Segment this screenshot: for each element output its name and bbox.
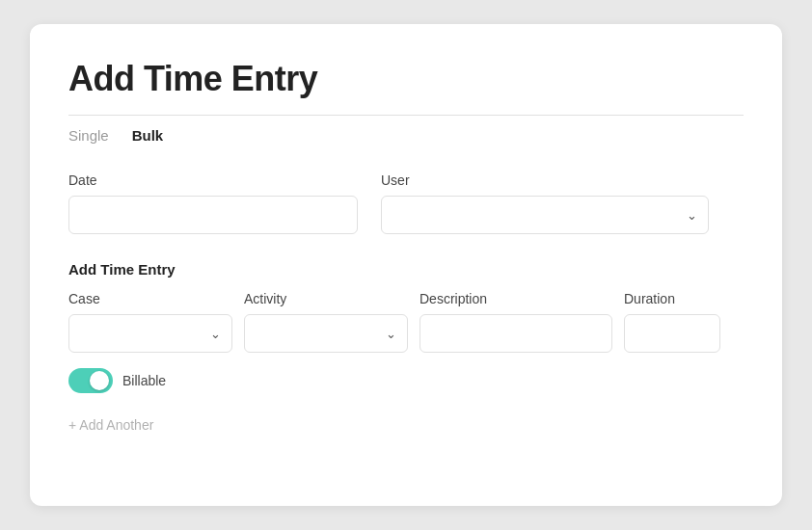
main-card: Add Time Entry Single Bulk Date User ⌄ A… bbox=[30, 24, 782, 506]
page-title: Add Time Entry bbox=[68, 59, 744, 99]
billable-toggle[interactable] bbox=[68, 368, 113, 393]
activity-select[interactable] bbox=[244, 314, 408, 353]
duration-input[interactable] bbox=[624, 314, 720, 353]
date-input[interactable] bbox=[68, 196, 358, 234]
duration-group: Duration bbox=[624, 291, 720, 353]
entry-section-title: Add Time Entry bbox=[68, 261, 744, 278]
case-group: Case ⌄ bbox=[68, 291, 232, 353]
user-select-wrapper: ⌄ bbox=[381, 196, 709, 234]
billable-row: Billable bbox=[68, 368, 744, 393]
case-select[interactable] bbox=[68, 314, 232, 353]
entry-section: Add Time Entry Case ⌄ Activity ⌄ Descrip… bbox=[68, 261, 744, 434]
entry-columns-header: Case ⌄ Activity ⌄ Description Duration bbox=[68, 291, 744, 353]
case-label: Case bbox=[68, 291, 232, 306]
activity-group: Activity ⌄ bbox=[244, 291, 408, 353]
top-form-row: Date User ⌄ bbox=[68, 172, 744, 234]
activity-label: Activity bbox=[244, 291, 408, 306]
date-group: Date bbox=[68, 172, 358, 234]
case-select-wrapper: ⌄ bbox=[68, 314, 232, 353]
date-label: Date bbox=[68, 172, 358, 188]
add-another-button[interactable]: + Add Another bbox=[68, 417, 153, 433]
description-input[interactable] bbox=[420, 314, 612, 353]
toggle-thumb bbox=[90, 371, 109, 390]
tab-single[interactable]: Single bbox=[68, 127, 109, 146]
billable-label: Billable bbox=[122, 373, 166, 388]
description-label: Description bbox=[420, 291, 612, 306]
tab-bar: Single Bulk bbox=[68, 127, 744, 146]
user-group: User ⌄ bbox=[381, 172, 709, 234]
user-label: User bbox=[381, 172, 709, 188]
description-group: Description bbox=[420, 291, 612, 353]
user-select[interactable] bbox=[381, 196, 709, 234]
toggle-track bbox=[68, 368, 113, 393]
tab-bulk[interactable]: Bulk bbox=[132, 127, 164, 146]
activity-select-wrapper: ⌄ bbox=[244, 314, 408, 353]
duration-label: Duration bbox=[624, 291, 720, 306]
divider bbox=[68, 115, 744, 116]
